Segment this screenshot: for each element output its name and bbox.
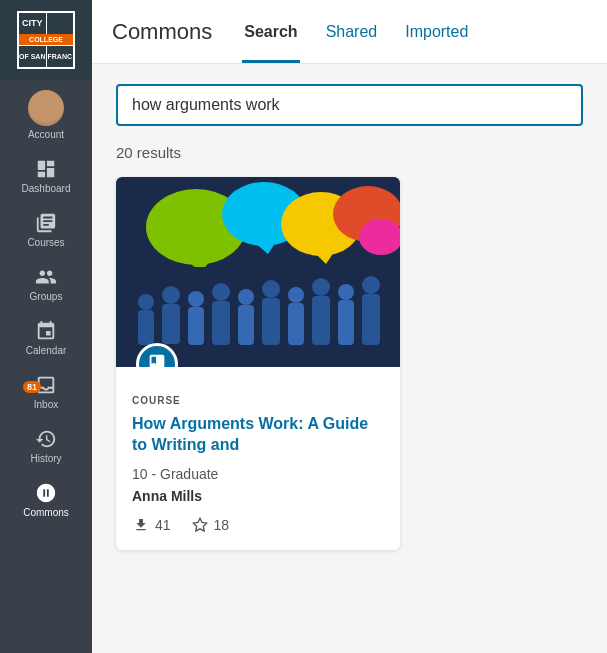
sidebar-item-dashboard[interactable]: Dashboard bbox=[0, 148, 92, 202]
download-count: 41 bbox=[155, 517, 171, 533]
svg-rect-23 bbox=[288, 303, 304, 345]
sidebar-item-label-dashboard: Dashboard bbox=[22, 183, 71, 194]
star-icon bbox=[191, 516, 209, 534]
sidebar-item-label-inbox: Inbox bbox=[34, 399, 58, 410]
logo-text-sf: FRANC bbox=[48, 53, 73, 60]
courses-icon bbox=[35, 212, 57, 234]
logo-text-college: COLLEGE bbox=[29, 36, 63, 43]
card-author: Anna Mills bbox=[132, 488, 384, 504]
svg-point-20 bbox=[262, 280, 280, 298]
results-count: 20 results bbox=[116, 144, 583, 161]
sidebar-item-history[interactable]: History bbox=[0, 418, 92, 472]
svg-rect-21 bbox=[262, 298, 280, 345]
content-area: 20 results bbox=[92, 64, 607, 653]
star-count: 18 bbox=[214, 517, 230, 533]
book-icon bbox=[146, 353, 168, 367]
school-logo[interactable]: CITY COLLEGE OF SAN FRANC bbox=[0, 0, 92, 80]
svg-rect-17 bbox=[212, 301, 230, 345]
svg-rect-29 bbox=[362, 294, 380, 345]
card-grade: 10 - Graduate bbox=[132, 466, 384, 482]
svg-rect-19 bbox=[238, 305, 254, 345]
sidebar-item-courses[interactable]: Courses bbox=[0, 202, 92, 256]
nav-tabs: Search Shared Imported bbox=[242, 0, 470, 63]
commons-icon bbox=[35, 482, 57, 504]
card-stats: 41 18 bbox=[132, 516, 384, 534]
sidebar-item-label-calendar: Calendar bbox=[26, 345, 67, 356]
svg-point-10 bbox=[138, 294, 154, 310]
card-downloads: 41 bbox=[132, 516, 171, 534]
sidebar-item-label-courses: Courses bbox=[27, 237, 64, 248]
svg-point-22 bbox=[288, 287, 304, 303]
svg-rect-27 bbox=[338, 300, 354, 345]
svg-point-28 bbox=[362, 276, 380, 294]
svg-point-14 bbox=[188, 291, 204, 307]
sidebar-item-label-account: Account bbox=[28, 129, 64, 140]
svg-point-12 bbox=[162, 286, 180, 304]
sidebar-item-calendar[interactable]: Calendar bbox=[0, 310, 92, 364]
page-title: Commons bbox=[112, 19, 212, 45]
tab-shared[interactable]: Shared bbox=[324, 0, 380, 63]
dashboard-icon bbox=[35, 158, 57, 180]
card-type-label: COURSE bbox=[132, 395, 384, 406]
groups-icon bbox=[35, 266, 57, 288]
card-image bbox=[116, 177, 400, 367]
history-icon bbox=[35, 428, 57, 450]
sidebar-item-commons[interactable]: Commons bbox=[0, 472, 92, 526]
sidebar: CITY COLLEGE OF SAN FRANC Account Dashbo… bbox=[0, 0, 92, 653]
svg-marker-3 bbox=[254, 242, 276, 254]
calendar-icon bbox=[35, 320, 57, 342]
svg-point-16 bbox=[212, 283, 230, 301]
logo-text-city: CITY bbox=[22, 19, 43, 28]
avatar bbox=[28, 90, 64, 126]
svg-rect-11 bbox=[138, 310, 154, 345]
svg-rect-15 bbox=[188, 307, 204, 345]
tab-search[interactable]: Search bbox=[242, 0, 299, 63]
sidebar-item-groups[interactable]: Groups bbox=[0, 256, 92, 310]
svg-point-26 bbox=[338, 284, 354, 300]
top-navigation: Commons Search Shared Imported bbox=[92, 0, 607, 64]
svg-rect-13 bbox=[162, 304, 180, 344]
sidebar-item-label-commons: Commons bbox=[23, 507, 69, 518]
sidebar-item-label-history: History bbox=[30, 453, 61, 464]
main-content: Commons Search Shared Imported 20 result… bbox=[92, 0, 607, 653]
course-card[interactable]: COURSE How Arguments Work: A Guide to Wr… bbox=[116, 177, 400, 550]
logo-text-of: OF SAN bbox=[19, 53, 45, 60]
card-stars: 18 bbox=[191, 516, 230, 534]
card-title[interactable]: How Arguments Work: A Guide to Writing a… bbox=[132, 414, 384, 456]
svg-rect-25 bbox=[312, 296, 330, 345]
svg-point-18 bbox=[238, 289, 254, 305]
download-icon bbox=[132, 516, 150, 534]
inbox-badge: 81 bbox=[23, 381, 41, 393]
sidebar-item-label-groups: Groups bbox=[30, 291, 63, 302]
sidebar-item-inbox[interactable]: 81 Inbox bbox=[0, 364, 92, 418]
tab-imported[interactable]: Imported bbox=[403, 0, 470, 63]
search-input[interactable] bbox=[116, 84, 583, 126]
card-body: COURSE How Arguments Work: A Guide to Wr… bbox=[116, 367, 400, 550]
svg-marker-5 bbox=[314, 252, 334, 264]
svg-point-24 bbox=[312, 278, 330, 296]
sidebar-item-account[interactable]: Account bbox=[0, 80, 92, 148]
